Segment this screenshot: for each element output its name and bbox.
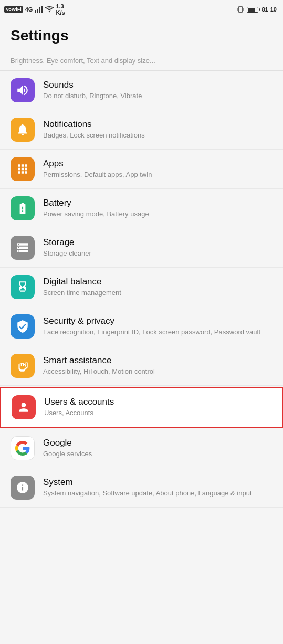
person-icon (17, 400, 30, 414)
smart-assistance-subtitle: Accessibility, HiTouch, Motion control (43, 367, 272, 376)
settings-list: Sounds Do not disturb, Ringtone, Vibrate… (0, 71, 283, 508)
system-title: System (43, 477, 272, 488)
google-subtitle: Google services (43, 449, 272, 459)
apps-text: Apps Permissions, Default apps, App twin (43, 159, 272, 180)
bell-icon (16, 123, 29, 136)
security-subtitle: Face recognition, Fingerprint ID, Lock s… (43, 328, 272, 337)
digital-balance-icon-bg (11, 275, 35, 299)
truncated-text: Brightness, Eye comfort, Text and displa… (11, 57, 155, 65)
users-accounts-text: Users & accounts Users, Accounts (44, 397, 271, 418)
truncated-display-item: Brightness, Eye comfort, Text and displa… (0, 50, 283, 71)
svg-rect-1 (37, 9, 38, 13)
storage-title: Storage (43, 237, 272, 248)
digital-balance-subtitle: Screen time management (43, 288, 272, 298)
settings-item-apps[interactable]: Apps Permissions, Default apps, App twin (0, 150, 283, 189)
svg-rect-5 (237, 8, 238, 11)
smart-assistance-icon-bg (11, 354, 35, 378)
notifications-icon-bg (11, 118, 35, 142)
storage-text: Storage Storage cleaner (43, 237, 272, 258)
settings-item-digital-balance[interactable]: Digital balance Screen time management (0, 268, 283, 307)
shield-check-icon (16, 320, 29, 333)
users-accounts-subtitle: Users, Accounts (44, 408, 271, 418)
hand-icon (16, 359, 29, 373)
settings-item-users-accounts[interactable]: Users & accounts Users, Accounts (0, 387, 283, 428)
notifications-title: Notifications (43, 119, 272, 130)
notifications-text: Notifications Badges, Lock screen notifi… (43, 119, 272, 140)
sounds-subtitle: Do not disturb, Ringtone, Vibrate (43, 91, 272, 101)
svg-rect-4 (238, 7, 243, 12)
apps-icon-bg (11, 157, 35, 181)
status-right: 81 10 (236, 5, 277, 14)
signal-bars-icon (35, 6, 43, 13)
settings-item-security[interactable]: Security & privacy Face recognition, Fin… (0, 307, 283, 346)
notifications-subtitle: Badges, Lock screen notifications (43, 131, 272, 140)
svg-rect-2 (39, 7, 40, 13)
smart-assistance-title: Smart assistance (43, 355, 272, 366)
google-text: Google Google services (43, 438, 272, 459)
battery-charging-icon (16, 202, 29, 215)
storage-subtitle: Storage cleaner (43, 249, 272, 258)
storage-icon-bg (11, 236, 35, 260)
settings-item-battery[interactable]: Battery Power saving mode, Battery usage (0, 189, 283, 228)
settings-item-smart-assistance[interactable]: Smart assistance Accessibility, HiTouch,… (0, 346, 283, 386)
settings-item-sounds[interactable]: Sounds Do not disturb, Ringtone, Vibrate (0, 71, 283, 110)
security-icon-bg (11, 314, 35, 339)
users-accounts-icon-bg (12, 395, 36, 419)
storage-icon (16, 241, 29, 255)
settings-item-storage[interactable]: Storage Storage cleaner (0, 228, 283, 268)
security-title: Security & privacy (43, 316, 272, 326)
wifi-icon (45, 6, 54, 13)
svg-rect-3 (41, 6, 43, 13)
google-icon (15, 441, 30, 456)
network-speed: 1.3K/s (56, 3, 65, 16)
settings-item-notifications[interactable]: Notifications Badges, Lock screen notifi… (0, 110, 283, 150)
system-subtitle: System navigation, Software update, Abou… (43, 489, 272, 498)
apps-title: Apps (43, 159, 272, 169)
battery-icon-bg (11, 196, 35, 220)
vibrate-icon (236, 5, 245, 14)
battery-title: Battery (43, 198, 272, 208)
info-icon (16, 481, 29, 494)
users-accounts-title: Users & accounts (44, 397, 271, 407)
battery-percentage: 81 (262, 6, 268, 13)
sound-icon (16, 83, 29, 97)
svg-rect-6 (243, 8, 244, 11)
battery-status (247, 7, 260, 13)
status-bar: VoWiFi 4G 1.3K/s 81 10 (0, 0, 283, 19)
sounds-text: Sounds Do not disturb, Ringtone, Vibrate (43, 80, 272, 101)
signal-indicator: 4G (25, 6, 33, 13)
security-text: Security & privacy Face recognition, Fin… (43, 316, 272, 337)
settings-item-google[interactable]: Google Google services (0, 429, 283, 468)
smart-assistance-text: Smart assistance Accessibility, HiTouch,… (43, 355, 272, 376)
system-icon-bg (11, 476, 35, 500)
sounds-icon-bg (11, 78, 35, 102)
google-title: Google (43, 438, 272, 448)
svg-rect-0 (35, 10, 36, 13)
hourglass-icon (16, 280, 29, 294)
digital-balance-title: Digital balance (43, 277, 272, 287)
page-title: Settings (11, 27, 272, 44)
system-text: System System navigation, Software updat… (43, 477, 272, 498)
page-header: Settings (0, 19, 283, 50)
digital-balance-text: Digital balance Screen time management (43, 277, 272, 298)
status-left: VoWiFi 4G 1.3K/s (4, 3, 65, 16)
time-display: 10 (270, 6, 277, 13)
google-icon-bg (11, 436, 35, 460)
battery-text: Battery Power saving mode, Battery usage (43, 198, 272, 219)
vowifi-indicator: VoWiFi (4, 6, 23, 13)
settings-item-system[interactable]: System System navigation, Software updat… (0, 468, 283, 508)
sounds-title: Sounds (43, 80, 272, 90)
battery-subtitle: Power saving mode, Battery usage (43, 209, 272, 219)
apps-grid-icon (16, 162, 29, 176)
apps-subtitle: Permissions, Default apps, App twin (43, 170, 272, 180)
